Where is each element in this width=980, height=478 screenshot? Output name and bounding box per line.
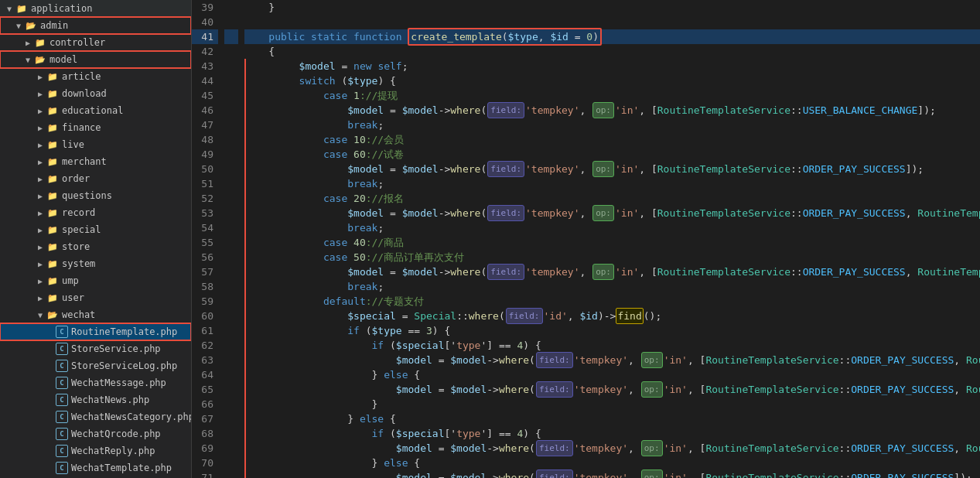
code-line-69: $model = $model->where(field:'tempkey', … — [244, 441, 980, 456]
code-line-61: if ($type == 3) { — [244, 323, 980, 338]
sidebar-item-special[interactable]: ▶ 📁 special — [0, 221, 191, 238]
sidebar-item-wechat-template[interactable]: ▶ C WechatTemplate.php — [0, 459, 191, 476]
php-icon: C — [56, 360, 68, 372]
sidebar-item-label: WechatReply.php — [71, 446, 155, 456]
expand-arrow: ▶ — [34, 124, 46, 132]
expand-arrow: ▶ — [34, 192, 46, 200]
sidebar-item-label: WechatQrcode.php — [71, 428, 161, 439]
expand-arrow: ▶ — [34, 107, 46, 115]
expand-arrow: ▶ — [34, 243, 46, 251]
sidebar-item-questions[interactable]: ▶ 📁 questions — [0, 187, 191, 204]
folder-icon: 📁 — [46, 258, 59, 270]
code-line-63: $model = $model->where(field:'tempkey', … — [244, 353, 980, 367]
code-lines[interactable]: } public static function create_template… — [238, 0, 980, 478]
code-line-56: case 50://商品订单再次支付 — [244, 250, 980, 265]
php-icon: C — [56, 428, 68, 440]
expand-arrow: ▶ — [34, 294, 46, 302]
sidebar-item-model[interactable]: ▼ 📂 model — [0, 51, 191, 68]
sidebar-item-routine-template[interactable]: ▶ C RoutineTemplate.php — [0, 323, 191, 340]
sidebar-item-wechat-message[interactable]: ▶ C WechatMessage.php — [0, 374, 191, 391]
code-line-47: break; — [244, 118, 980, 132]
php-icon: C — [56, 343, 68, 355]
sidebar-item-label: special — [62, 224, 101, 235]
expand-arrow: ▼ — [34, 311, 46, 319]
folder-icon: 📁 — [15, 2, 28, 15]
sidebar-item-controller[interactable]: ▶ 📁 controller — [0, 34, 191, 51]
folder-icon: 📁 — [46, 104, 59, 117]
line-numbers: 39 40 41 42 43 44 45 46 47 48 49 50 51 5… — [192, 0, 224, 478]
sidebar-item-label: application — [31, 3, 92, 14]
code-editor[interactable]: 39 40 41 42 43 44 45 46 47 48 49 50 51 5… — [192, 0, 980, 478]
code-line-62: if ($special['type'] == 4) { — [244, 338, 980, 353]
sidebar-item-wechat-news[interactable]: ▶ C WechatNews.php — [0, 391, 191, 408]
sidebar-item-order[interactable]: ▶ 📁 order — [0, 170, 191, 187]
sidebar-item-finance[interactable]: ▶ 📁 finance — [0, 119, 191, 136]
code-line-41: public static function create_template($… — [244, 29, 980, 44]
code-line-68: if ($special['type'] == 4) { — [244, 426, 980, 441]
php-icon: C — [56, 462, 68, 474]
expand-arrow: ▶ — [34, 226, 46, 234]
sidebar-item-merchant[interactable]: ▶ 📁 merchant — [0, 153, 191, 170]
sidebar-item-wechat[interactable]: ▼ 📂 wechat — [0, 306, 191, 323]
folder-icon: 📁 — [46, 121, 59, 134]
sidebar-item-label: wechat — [62, 309, 95, 320]
sidebar-item-download[interactable]: ▶ 📁 download — [0, 85, 191, 102]
sidebar-item-system[interactable]: ▶ 📁 system — [0, 255, 191, 272]
sidebar-item-label: RoutineTemplate.php — [71, 326, 177, 337]
sidebar-item-label: merchant — [62, 156, 107, 167]
sidebar-item-record[interactable]: ▶ 📁 record — [0, 204, 191, 221]
sidebar-item-label: WechatNewsCategory.php — [71, 411, 192, 422]
php-icon: C — [56, 411, 68, 423]
sidebar-item-label: StoreService.php — [71, 343, 161, 354]
sidebar-item-wechat-qrcode[interactable]: ▶ C WechatQrcode.php — [0, 425, 191, 442]
code-line-66: } — [244, 397, 980, 411]
code-content: 39 40 41 42 43 44 45 46 47 48 49 50 51 5… — [192, 0, 980, 478]
code-line-67: } else { — [244, 411, 980, 426]
sidebar-item-label: record — [62, 207, 95, 218]
code-line-59: default://专题支付 — [244, 294, 980, 309]
code-line-40 — [244, 15, 980, 29]
sidebar-item-label: admin — [40, 20, 68, 31]
folder-icon: 📁 — [34, 36, 46, 49]
sidebar-item-store[interactable]: ▶ 📁 store — [0, 238, 191, 255]
sidebar-item-label: finance — [62, 122, 101, 133]
code-line-39: } — [244, 0, 980, 15]
sidebar-item-admin[interactable]: ▼ 📂 admin — [0, 17, 191, 34]
sidebar-item-store-service[interactable]: ▶ C StoreService.php — [0, 340, 191, 357]
folder-icon: 📁 — [46, 155, 59, 168]
folder-icon: 📂 — [25, 19, 37, 32]
sidebar-item-label: user — [62, 292, 84, 303]
sidebar-item-ump[interactable]: ▶ 📁 ump — [0, 272, 191, 289]
expand-arrow: ▶ — [22, 39, 34, 47]
expand-arrow: ▶ — [34, 158, 46, 166]
folder-icon: 📁 — [46, 172, 59, 185]
sidebar-item-label: live — [62, 139, 84, 150]
code-line-46: $model = $model->where(field:'tempkey', … — [244, 103, 980, 118]
folder-icon: 📁 — [46, 207, 59, 219]
code-line-64: } else { — [244, 367, 980, 382]
sidebar-item-store-service-log[interactable]: ▶ C StoreServiceLog.php — [0, 357, 191, 374]
file-tree[interactable]: ▼ 📁 application ▼ 📂 admin ▶ 📁 controller… — [0, 0, 192, 478]
sidebar-item-live[interactable]: ▶ 📁 live — [0, 136, 191, 153]
sidebar-item-application[interactable]: ▼ 📁 application — [0, 0, 191, 17]
php-icon: C — [56, 326, 68, 338]
expand-arrow: ▼ — [12, 22, 25, 30]
code-line-55: case 40://商品 — [244, 235, 980, 250]
folder-icon: 📁 — [46, 87, 59, 100]
code-line-54: break; — [244, 220, 980, 235]
code-line-53: $model = $model->where(field:'tempkey', … — [244, 206, 980, 220]
sidebar-item-label: model — [50, 54, 77, 65]
expand-arrow: ▶ — [34, 209, 46, 217]
expand-arrow: ▶ — [34, 277, 46, 285]
code-line-70: } else { — [244, 456, 980, 470]
sidebar-item-label: controller — [50, 37, 105, 48]
sidebar-item-wechat-news-category[interactable]: ▶ C WechatNewsCategory.php — [0, 408, 191, 425]
code-line-58: break; — [244, 279, 980, 294]
sidebar-item-user[interactable]: ▶ 📁 user — [0, 289, 191, 306]
folder-icon: 📁 — [46, 241, 59, 253]
sidebar-item-article[interactable]: ▶ 📁 article — [0, 68, 191, 85]
php-icon: C — [56, 445, 68, 457]
folder-icon: 📂 — [46, 309, 59, 321]
sidebar-item-wechat-reply[interactable]: ▶ C WechatReply.php — [0, 442, 191, 459]
sidebar-item-educational[interactable]: ▶ 📁 educational — [0, 102, 191, 119]
